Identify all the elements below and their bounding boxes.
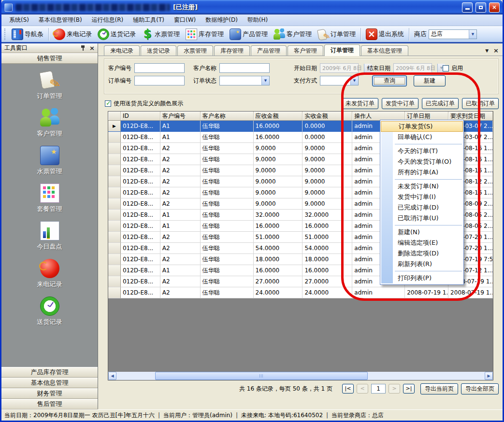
status-filter-button-3[interactable]: 已取消订单 <box>462 98 499 109</box>
context-menu-item-1[interactable]: 回单确认(C) <box>380 132 463 142</box>
start-date-picker[interactable]: 2009年 6月 8日 ▼ <box>320 63 359 73</box>
row-selector[interactable] <box>108 287 121 298</box>
export-all-pages-button[interactable]: 导出全部页 <box>461 383 499 394</box>
sidebar-group-0[interactable]: 产品库存管理 <box>1 367 98 378</box>
close-tab-icon[interactable]: × <box>493 48 499 53</box>
column-header-5[interactable]: 操作人 <box>352 112 405 120</box>
scroll-right-icon[interactable]: ▶ <box>485 372 493 380</box>
column-header-1[interactable]: 客户编号 <box>160 112 201 120</box>
row-selector[interactable] <box>108 243 121 254</box>
last-page-button[interactable]: >| <box>403 384 415 394</box>
row-selector[interactable] <box>108 254 121 265</box>
toolbar-delivery-record-button[interactable]: 送货记录 <box>95 28 139 41</box>
row-selector[interactable] <box>108 154 121 165</box>
customer-no-input[interactable] <box>134 63 185 73</box>
enable-date-checkbox[interactable] <box>443 65 449 71</box>
row-selector[interactable] <box>108 265 121 276</box>
order-no-input[interactable] <box>134 76 185 85</box>
context-menu-item-3[interactable]: 今天的发货订单(O) <box>380 156 463 167</box>
toolbar-navbar-button[interactable]: 导航条 <box>9 28 46 41</box>
tab-2[interactable]: 水票管理 <box>177 45 213 56</box>
context-menu-item-8[interactable]: 已取消订单(U) <box>380 213 463 224</box>
row-selector[interactable] <box>108 176 121 187</box>
horizontal-scrollbar[interactable]: ◀ ▶ <box>108 372 493 380</box>
row-selector[interactable]: ▶ <box>108 121 121 132</box>
sidebar-group-2[interactable]: 财务管理 <box>1 388 98 399</box>
end-date-picker[interactable]: 2009年 6月 8日 ▼ <box>393 63 432 73</box>
row-selector[interactable] <box>108 221 121 232</box>
pin-icon[interactable] <box>81 45 86 51</box>
toolbar-call-record-button[interactable]: 来电记录 <box>51 28 95 41</box>
color-display-checkbox[interactable] <box>105 100 111 107</box>
tool-window-close-icon[interactable]: × <box>89 45 95 51</box>
export-current-page-button[interactable]: 导出当前页 <box>420 383 458 394</box>
context-menu-item-13[interactable]: 打印列表(P) <box>380 273 463 283</box>
tab-1[interactable]: 送货记录 <box>141 45 176 56</box>
tab-7[interactable]: 基本信息管理 <box>361 45 408 56</box>
sidebar-item-2[interactable]: 水票管理 <box>1 146 98 176</box>
page-number-input[interactable]: 1 <box>371 384 386 394</box>
tab-0[interactable]: 来电记录 <box>104 45 140 56</box>
row-selector[interactable] <box>108 198 121 210</box>
tab-3[interactable]: 库存管理 <box>214 45 250 56</box>
toolbar-exit-button[interactable]: 退出系统 <box>363 28 407 41</box>
sidebar-item-3[interactable]: 套餐管理 <box>1 183 98 213</box>
context-menu-item-12[interactable]: 刷新列表(R) <box>380 259 463 269</box>
first-page-button[interactable]: |< <box>342 384 354 394</box>
row-selector[interactable] <box>108 210 121 221</box>
toolbar-water-ticket-button[interactable]: 水票管理 <box>139 28 183 41</box>
column-header-4[interactable]: 实收金额 <box>302 112 352 120</box>
close-button[interactable]: × <box>489 2 500 13</box>
context-menu-item-6[interactable]: 发货中订单(I) <box>380 192 463 202</box>
column-header-2[interactable]: 客户名称 <box>201 112 254 120</box>
order-status-select[interactable]: ▼ <box>219 76 270 85</box>
row-selector[interactable] <box>108 132 121 143</box>
menu-item-5[interactable]: 数据维护(D) <box>201 15 243 25</box>
toolbar-inventory-button[interactable]: 库存管理 <box>183 28 227 41</box>
status-filter-button-0[interactable]: 未发货订单 <box>342 98 378 109</box>
menu-item-3[interactable]: 辅助工具(T) <box>128 15 169 25</box>
sidebar-group-sales[interactable]: 销售管理 <box>1 53 98 64</box>
row-selector[interactable] <box>108 143 121 154</box>
sidebar-item-5[interactable]: 来电记录 <box>1 259 98 289</box>
column-header-7[interactable]: 要求到货日期 <box>448 112 493 120</box>
sidebar-item-1[interactable]: 客户管理 <box>1 108 98 138</box>
column-header-6[interactable]: 订单日期 <box>405 112 448 120</box>
menu-item-2[interactable]: 运行信息(R) <box>87 15 129 25</box>
chevron-down-icon[interactable]: ▼ <box>485 48 489 53</box>
menu-item-1[interactable]: 基本信息管理(B) <box>34 15 87 25</box>
sidebar-item-4[interactable]: 今日盘点 <box>1 221 98 251</box>
table-row[interactable]: 012D-E8...A2伍华聪24.000024.0000admin2008-0… <box>108 287 493 298</box>
tab-5[interactable]: 客户管理 <box>288 45 323 56</box>
new-button[interactable]: 新建 <box>414 75 446 86</box>
status-filter-button-1[interactable]: 发货中订单 <box>382 98 418 109</box>
column-header-3[interactable]: 应收金额 <box>254 112 303 120</box>
prev-page-button[interactable]: < <box>357 384 368 394</box>
toolbar-order-button[interactable]: 订单管理 <box>315 28 359 41</box>
menu-item-4[interactable]: 窗口(W) <box>169 15 201 25</box>
menu-item-6[interactable]: 帮助(H) <box>243 15 273 25</box>
context-menu-item-7[interactable]: 已完成订单(D) <box>380 202 463 213</box>
toolbar-customer-button[interactable]: 客户管理 <box>271 28 315 41</box>
row-selector[interactable] <box>108 165 121 176</box>
shop-select[interactable]: 总店▼ <box>429 29 477 39</box>
pay-method-select[interactable]: ▼ <box>320 76 359 85</box>
status-filter-button-2[interactable]: 已完成订单 <box>422 98 459 109</box>
toolbar-product-button[interactable]: 产品管理 <box>227 28 271 41</box>
customer-name-input[interactable] <box>219 63 270 73</box>
context-menu-item-0[interactable]: 订单发货(S) <box>381 121 463 132</box>
scroll-left-icon[interactable]: ◀ <box>108 372 116 380</box>
next-page-button[interactable]: > <box>389 384 400 394</box>
sidebar-group-3[interactable]: 售后管理 <box>1 399 98 409</box>
context-menu-item-4[interactable]: 所有的订单(A) <box>380 167 463 178</box>
menu-item-0[interactable]: 系统(S) <box>4 15 34 25</box>
minimize-button[interactable] <box>462 2 473 13</box>
tab-4[interactable]: 产品管理 <box>251 45 287 56</box>
sidebar-item-0[interactable]: 订单管理 <box>1 70 98 100</box>
context-menu-item-2[interactable]: 今天的订单(T) <box>380 146 463 156</box>
query-button[interactable]: 查询 <box>372 75 407 86</box>
toolbar-grip[interactable] <box>4 28 7 40</box>
tab-6[interactable]: 订单管理 <box>324 44 360 56</box>
scrollbar-thumb[interactable] <box>155 372 368 380</box>
context-menu-item-10[interactable]: 编辑选定项(E) <box>380 238 463 248</box>
